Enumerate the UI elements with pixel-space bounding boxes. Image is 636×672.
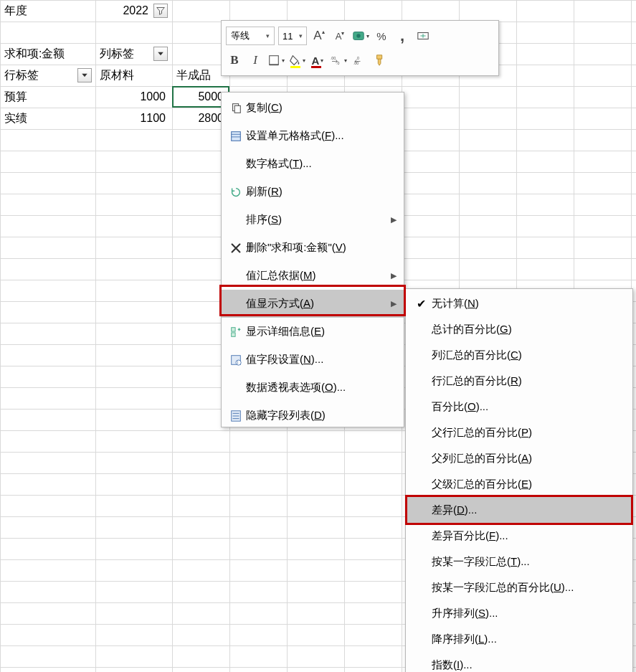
svg-text:.0: .0 — [356, 56, 359, 60]
percent-button[interactable]: % — [373, 27, 390, 45]
context-menu-pivot-options[interactable]: 数据透视表选项(O)... — [222, 374, 404, 402]
refresh-icon — [226, 186, 246, 199]
year-filter-button[interactable] — [153, 4, 168, 18]
submenu-label: 升序排列(S)... — [432, 607, 624, 620]
delete-icon — [226, 242, 246, 255]
font-size-value: 11 — [283, 31, 293, 42]
cell-row1-label[interactable]: 实绩 — [1, 108, 95, 129]
cell-row1-val0[interactable]: 1100 — [97, 108, 169, 129]
merge-center-button[interactable] — [414, 27, 432, 45]
context-menu-format-cells[interactable]: 设置单元格格式(F)... — [222, 122, 404, 150]
bold-button[interactable]: B — [226, 51, 243, 70]
context-menu-sort[interactable]: 排序(S) ▶ — [222, 206, 404, 234]
currency-icon — [352, 29, 365, 42]
filter-icon — [156, 6, 165, 15]
submenu-item-parent-pct[interactable]: 父级汇总的百分比(E) — [406, 471, 632, 497]
submenu-arrow-icon: ▶ — [391, 271, 397, 280]
context-menu-label: 删除"求和项:金额"(V) — [246, 241, 397, 255]
cell-row0-val1[interactable]: 5000 — [172, 86, 227, 108]
submenu-item-rank-desc[interactable]: 降序排列(L)... — [406, 626, 632, 652]
font-color-button[interactable]: A — [309, 51, 326, 70]
svg-text:.00: .00 — [353, 61, 359, 65]
submenu-label: 百分比(O)... — [432, 400, 624, 414]
cell-row0-val0[interactable]: 1000 — [97, 86, 169, 108]
context-menu-show-details[interactable]: 显示详细信息(E) — [222, 318, 404, 346]
context-menu-copy[interactable]: 复制(C) — [222, 94, 404, 122]
currency-button[interactable] — [352, 27, 369, 45]
submenu-item-row-total-pct[interactable]: 行汇总的百分比(R) — [406, 368, 632, 394]
context-menu-number-format[interactable]: 数字格式(T)... — [222, 150, 404, 178]
format-painter-button[interactable] — [371, 51, 389, 70]
dropdown-icon — [80, 71, 89, 80]
context-menu-label: 数字格式(T)... — [246, 157, 397, 171]
increase-decimal-button[interactable]: .0.00 — [351, 51, 368, 70]
submenu-label: 按某一字段汇总(T)... — [432, 555, 624, 569]
cell-row0-label[interactable]: 预算 — [1, 86, 95, 108]
submenu-item-parent-col-pct[interactable]: 父列汇总的百分比(A) — [406, 445, 632, 471]
font-size-selector[interactable]: 11 ▾ — [278, 27, 307, 45]
context-menu-refresh[interactable]: 刷新(R) — [222, 178, 404, 206]
submenu-item-index[interactable]: 指数(I)... — [406, 652, 632, 672]
submenu-item-col-total-pct[interactable]: 列汇总的百分比(C) — [406, 342, 632, 368]
context-menu-label: 值显示方式(A) — [246, 297, 391, 311]
submenu-item-diff-pct[interactable]: 差异百分比(F)... — [406, 523, 632, 549]
cell-header-1[interactable]: 半成品 — [174, 65, 228, 86]
font-name-selector[interactable]: 等线 ▾ — [226, 27, 275, 45]
context-menu-summarize-values[interactable]: 值汇总依据(M) ▶ — [222, 262, 404, 290]
grow-font-button[interactable]: A▴ — [310, 27, 328, 45]
cell-col-label[interactable]: 列标签 — [97, 43, 154, 65]
svg-text:.00: .00 — [331, 56, 336, 60]
submenu-item-grand-total-pct[interactable]: 总计的百分比(G) — [406, 316, 632, 342]
context-menu-label: 值字段设置(N)... — [246, 353, 397, 366]
submenu-label: 差异百分比(F)... — [432, 529, 624, 543]
plus-icon — [226, 326, 246, 339]
context-menu-label: 隐藏字段列表(D) — [246, 409, 397, 422]
context-menu-label: 显示详细信息(E) — [246, 325, 397, 339]
cell-header-0[interactable]: 原材料 — [97, 65, 169, 86]
submenu-arrow-icon: ▶ — [391, 215, 397, 224]
submenu-item-parent-row-pct[interactable]: 父行汇总的百分比(P) — [406, 420, 632, 445]
paintbrush-icon — [374, 54, 386, 67]
submenu-item-running-total-pct[interactable]: 按某一字段汇总的百分比(U)... — [406, 574, 632, 600]
cell-row-label[interactable]: 行标签 — [1, 65, 73, 86]
submenu-label: 列汇总的百分比(C) — [432, 349, 624, 362]
submenu-item-percent[interactable]: 百分比(O)... — [406, 394, 632, 420]
merge-icon — [417, 29, 429, 42]
cell-year-value[interactable]: 2022 — [95, 0, 151, 22]
submenu-item-no-calc[interactable]: ✔ 无计算(N) — [406, 290, 632, 316]
border-button[interactable] — [267, 51, 285, 70]
submenu-item-difference[interactable]: 差异(D)... — [406, 497, 632, 523]
context-menu-label: 刷新(R) — [246, 185, 397, 199]
submenu-label: 行汇总的百分比(R) — [432, 374, 624, 388]
italic-button[interactable]: I — [247, 51, 264, 70]
context-menu-hide-field-list[interactable]: 隐藏字段列表(D) — [222, 402, 404, 430]
comma-button[interactable]: , — [394, 27, 411, 45]
cell-year-label[interactable]: 年度 — [1, 0, 95, 22]
context-menu-show-values-as[interactable]: 值显示方式(A) ▶ — [222, 290, 404, 318]
submenu-label: 无计算(N) — [432, 297, 624, 311]
submenu-label: 降序排列(L)... — [432, 633, 624, 646]
context-menu-label: 数据透视表选项(O)... — [246, 381, 397, 394]
row-filter-button[interactable] — [77, 68, 92, 82]
fill-color-button[interactable] — [288, 51, 305, 70]
cell-row1-val1[interactable]: 2800 — [172, 108, 227, 129]
svg-rect-3 — [270, 56, 279, 65]
decrease-decimal-button[interactable]: .00.0 — [330, 51, 347, 70]
context-menu: 复制(C) 设置单元格格式(F)... 数字格式(T)... 刷新(R) 排序(… — [221, 92, 404, 427]
field-settings-icon: i — [226, 354, 246, 366]
submenu-label: 父行汇总的百分比(P) — [432, 426, 624, 440]
col-filter-button[interactable] — [153, 47, 168, 61]
svg-point-1 — [356, 34, 360, 37]
submenu-item-running-total[interactable]: 按某一字段汇总(T)... — [406, 549, 632, 574]
grow-font-label: A — [313, 29, 321, 43]
context-menu-label: 复制(C) — [246, 101, 397, 115]
shrink-font-button[interactable]: A▾ — [331, 27, 348, 45]
border-icon — [267, 54, 280, 67]
submenu-item-rank-asc[interactable]: 升序排列(S)... — [406, 600, 632, 626]
context-menu-delete-field[interactable]: 删除"求和项:金额"(V) — [222, 234, 404, 262]
context-menu-label: 设置单元格格式(F)... — [246, 129, 397, 143]
cell-sum-label[interactable]: 求和项:金额 — [1, 43, 95, 65]
svg-rect-11 — [232, 131, 241, 141]
mini-toolbar: 等线 ▾ 11 ▾ A▴ A▾ % , B I A .0 — [221, 20, 499, 76]
context-menu-field-settings[interactable]: i 值字段设置(N)... — [222, 346, 404, 374]
